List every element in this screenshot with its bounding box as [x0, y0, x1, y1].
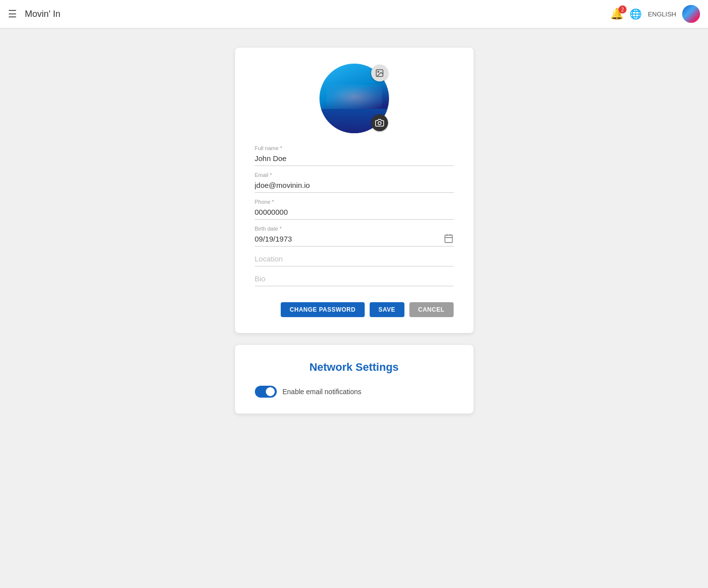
profile-card: Full name * Email * Phone * Birth date *	[235, 48, 473, 333]
phone-label: Phone *	[255, 199, 454, 205]
navbar: ☰ Movin' In 🔔 2 🌐 ENGLISH	[0, 0, 708, 28]
notification-badge: 2	[619, 5, 627, 13]
svg-point-1	[378, 71, 379, 72]
hamburger-icon[interactable]: ☰	[8, 8, 17, 20]
avatar-section	[319, 64, 389, 133]
navbar-right: 🔔 2 🌐 ENGLISH	[610, 5, 700, 23]
page-content: Full name * Email * Phone * Birth date *	[0, 28, 708, 433]
bio-field	[255, 272, 454, 286]
change-password-button[interactable]: CHANGE PASSWORD	[281, 302, 365, 317]
notification-button[interactable]: 🔔 2	[610, 7, 624, 20]
toggle-slider	[255, 386, 277, 398]
calendar-icon-button[interactable]	[444, 234, 454, 246]
network-settings-title: Network Settings	[310, 361, 399, 374]
email-field: Email *	[255, 172, 454, 193]
network-settings-card: Network Settings Enable email notificati…	[235, 345, 473, 414]
full-name-label: Full name *	[255, 145, 454, 151]
app-title: Movin' In	[25, 9, 60, 19]
full-name-field: Full name *	[255, 145, 454, 166]
svg-rect-3	[445, 235, 452, 243]
cancel-button[interactable]: CANCEL	[409, 302, 454, 317]
profile-form: Full name * Email * Phone * Birth date *	[255, 145, 454, 317]
bio-input[interactable]	[255, 272, 454, 286]
take-photo-button[interactable]	[371, 114, 388, 131]
form-actions: CHANGE PASSWORD SAVE CANCEL	[255, 302, 454, 317]
phone-field: Phone *	[255, 199, 454, 220]
svg-point-2	[378, 122, 381, 125]
navbar-left: ☰ Movin' In	[8, 8, 60, 20]
full-name-input[interactable]	[255, 152, 454, 166]
birth-date-field: Birth date *	[255, 226, 454, 247]
email-input[interactable]	[255, 179, 454, 193]
globe-icon[interactable]: 🌐	[629, 8, 642, 20]
location-input[interactable]	[255, 252, 454, 266]
user-avatar-nav[interactable]	[682, 5, 700, 23]
language-label[interactable]: ENGLISH	[648, 10, 676, 18]
location-field	[255, 252, 454, 266]
upload-image-button[interactable]	[371, 65, 388, 82]
birth-date-input[interactable]	[255, 233, 454, 247]
date-wrapper	[255, 233, 454, 247]
email-notifications-toggle[interactable]	[255, 386, 277, 398]
email-notifications-label: Enable email notifications	[283, 388, 362, 396]
phone-input[interactable]	[255, 206, 454, 220]
birth-date-label: Birth date *	[255, 226, 454, 232]
save-button[interactable]: SAVE	[370, 302, 404, 317]
email-label: Email *	[255, 172, 454, 178]
email-notifications-row: Enable email notifications	[255, 386, 454, 398]
